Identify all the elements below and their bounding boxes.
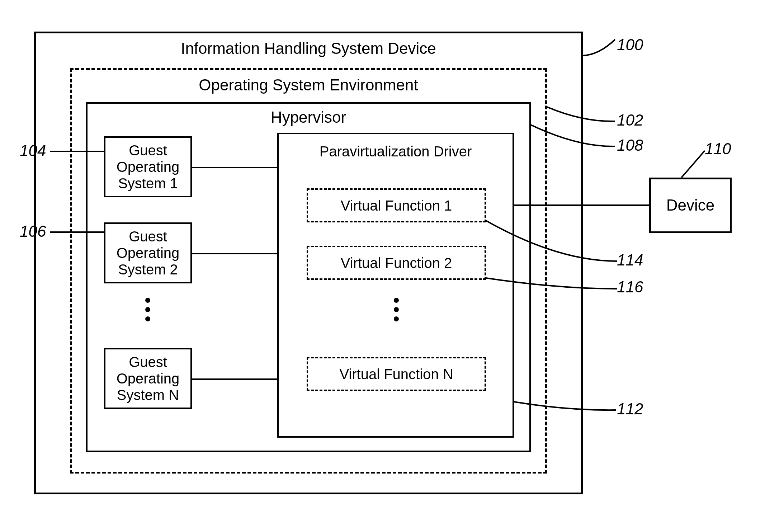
dot xyxy=(394,316,399,321)
box-guest-os-1: Guest Operating System 1 xyxy=(104,136,192,197)
dot xyxy=(145,316,150,321)
device-label: Device xyxy=(666,196,715,215)
box-guest-os-2: Guest Operating System 2 xyxy=(104,222,192,283)
guest-os-1-line1: Guest xyxy=(129,142,167,159)
ellipsis-vfs xyxy=(394,298,399,321)
box-vf-n: Virtual Function N xyxy=(307,357,486,391)
guest-os-1-line3: System 1 xyxy=(118,175,178,192)
ref-106: 106 xyxy=(20,222,46,240)
leader-110 xyxy=(680,149,707,179)
leader-106 xyxy=(50,231,104,233)
ref-110: 110 xyxy=(705,140,731,158)
guest-os-2-line1: Guest xyxy=(129,228,167,245)
dot xyxy=(145,298,150,303)
leader-102 xyxy=(547,104,617,124)
connector-guest1-driver xyxy=(192,167,277,168)
ref-108: 108 xyxy=(617,136,643,154)
leader-112 xyxy=(514,400,618,416)
connector-guestn-driver xyxy=(192,378,277,380)
leader-116 xyxy=(486,276,619,294)
box-device: Device xyxy=(649,178,732,233)
dot xyxy=(394,307,399,312)
box-guest-os-n: Guest Operating System N xyxy=(104,348,192,409)
title-pv-driver: Paravirtualization Driver xyxy=(277,143,514,160)
box-vf-2: Virtual Function 2 xyxy=(307,246,486,280)
box-vf-1: Virtual Function 1 xyxy=(307,188,486,222)
guest-os-n-line2: Operating xyxy=(117,370,180,387)
leader-108 xyxy=(531,122,617,149)
dot xyxy=(145,307,150,312)
title-ihs-device: Information Handling System Device xyxy=(34,39,583,57)
leader-104 xyxy=(50,151,104,152)
leader-100 xyxy=(583,38,617,57)
leader-114 xyxy=(486,219,619,264)
vf-1-label: Virtual Function 1 xyxy=(341,197,452,214)
guest-os-n-line3: System N xyxy=(117,387,179,403)
ref-114: 114 xyxy=(617,251,643,269)
vf-2-label: Virtual Function 2 xyxy=(341,255,452,271)
ref-100: 100 xyxy=(617,36,643,54)
guest-os-n-line1: Guest xyxy=(129,354,167,370)
connector-guest2-driver xyxy=(192,253,277,254)
ref-116: 116 xyxy=(617,278,643,296)
box-pv-driver xyxy=(277,133,514,438)
vf-n-label: Virtual Function N xyxy=(339,366,453,382)
ref-104: 104 xyxy=(20,142,46,160)
title-os-environment: Operating System Environment xyxy=(70,76,547,94)
dot xyxy=(394,298,399,303)
guest-os-2-line3: System 2 xyxy=(118,261,178,278)
guest-os-1-line2: Operating xyxy=(117,159,180,175)
ref-112: 112 xyxy=(617,400,643,418)
connector-driver-device xyxy=(514,204,649,206)
title-hypervisor: Hypervisor xyxy=(86,108,531,126)
guest-os-2-line2: Operating xyxy=(117,245,180,261)
ref-102: 102 xyxy=(617,111,643,129)
diagram-stage: Information Handling System Device Opera… xyxy=(0,0,765,532)
ellipsis-guests xyxy=(145,298,150,321)
